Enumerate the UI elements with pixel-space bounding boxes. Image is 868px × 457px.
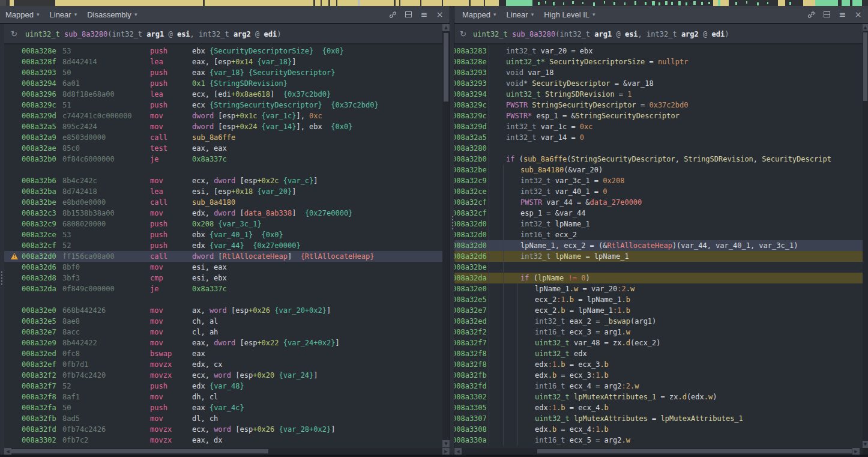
hlil-line[interactable]: 008a32d6int32_t lpName = lpName_1 (454, 251, 863, 262)
menu-icon[interactable]: ≡ (838, 10, 847, 19)
disasm-line[interactable]: 008a32da0f849c000000je0x8a337c (4, 283, 450, 294)
hlil-line[interactable]: 008a32b0if (sub_8a6ffe(StringSecurityDes… (454, 154, 863, 165)
hlil-line[interactable]: 008a32f2int16_t ecx_3 = arg1.w (454, 327, 863, 337)
pane-splitter[interactable] (450, 6, 454, 457)
scroll-left-button[interactable]: ◀ (4, 448, 11, 455)
left-splitter[interactable] (0, 24, 4, 457)
disasm-line[interactable]: 008a329c51pushecx {StringSecurityDescrip… (4, 100, 450, 110)
hlil-line[interactable]: 008a32ceint32_t var_40_1 = 0 (454, 186, 863, 197)
disasm-line[interactable]: 008a32ed0fc8bswapeax (4, 348, 450, 359)
disasm-line[interactable]: 008a32c38b1538b38a00movedx, dword [data_… (4, 208, 450, 219)
hlil-line[interactable]: 008a32f8uint32_t edx (454, 348, 863, 359)
view-dropdown-linear-left[interactable]: Linear ▾ (50, 10, 77, 19)
split-pane-icon[interactable] (404, 10, 413, 19)
right-function-signature-bar[interactable]: ↻ uint32_t sub_8a3280(int32_t arg1 @ esi… (454, 24, 863, 44)
feature-map[interactable] (0, 0, 868, 6)
close-icon[interactable]: × (854, 10, 863, 19)
disasm-line[interactable]: 008a32ae85c0testeax, eax (4, 143, 450, 154)
disasm-line[interactable]: 008a32f752pushedx {var_48} (4, 381, 450, 392)
hlil-line[interactable]: 008a32be (454, 262, 863, 273)
hlil-line[interactable]: 008a329cPWSTR StringSecurityDescriptor =… (454, 100, 863, 110)
disasm-line[interactable]: 008a32d83bf3cmpesi, ebx (4, 273, 450, 283)
splitter-grip[interactable] (1, 271, 2, 285)
disasm-line[interactable]: 008a33020fb7c2movzxeax, dx (4, 435, 450, 446)
close-icon[interactable]: × (435, 10, 444, 19)
disasm-line[interactable]: 008a32a5895c2424movdword [esp+0x24 {var_… (4, 121, 450, 132)
disasm-line[interactable]: 008a32f88af1movdh, cl (4, 392, 450, 402)
refresh-icon[interactable]: ↻ (11, 29, 17, 38)
link-icon[interactable] (807, 10, 816, 19)
disasm-line[interactable]: 008a329350pusheax {var_18} {SecurityDesc… (4, 67, 450, 78)
hlil-line[interactable]: 008a32f7uint32_t var_48 = zx.d(ecx_2) (454, 337, 863, 348)
right-vertical-scrollbar[interactable]: ▲ ▼ (863, 24, 868, 448)
hlil-line[interactable]: 008a330aint16_t ecx_5 = arg2.w (454, 435, 863, 446)
scroll-down-button[interactable]: ▼ (442, 440, 450, 447)
scroll-right-button[interactable]: ▶ (852, 448, 860, 455)
scrollbar-thumb[interactable] (444, 33, 448, 101)
hlil-line[interactable]: 008a32cfPWSTR var_44 = &data_27e0000 (454, 197, 863, 208)
disasm-line[interactable]: 008a32bee8bd0e0000callsub_8a4180 (4, 197, 450, 208)
disasm-line[interactable]: 008a32ef0fb7d1movzxedx, cx (4, 359, 450, 370)
hlil-line[interactable]: 008a3294uint32_t StringSDRevision = 1 (454, 89, 863, 100)
left-function-signature-bar[interactable]: ↻ uint32_t sub_8a3280(int32_t arg1 @ esi… (4, 24, 442, 44)
hlil-line[interactable]: 008a3293void var_18 (454, 67, 863, 78)
menu-icon[interactable]: ≡ (420, 10, 429, 19)
scrollbar-thumb[interactable] (537, 449, 852, 453)
disasm-line[interactable] (4, 165, 450, 175)
hlil-line[interactable]: 008a3305edx:1.b = ecx_4.b (454, 402, 863, 413)
scrollbar-thumb[interactable] (11, 449, 268, 453)
scrollbar-thumb[interactable] (863, 32, 867, 101)
scroll-right-button[interactable]: ▶ (442, 448, 450, 455)
view-dropdown-mapped-left[interactable]: Mapped ▾ (5, 10, 40, 19)
hlil-line[interactable]: 008a3308edx.b = ecx_4:1.b (454, 424, 863, 435)
disasm-line[interactable]: 008a328f8d442414leaeax, [esp+0x14 {var_1… (4, 56, 450, 67)
hlil-line[interactable]: 008a329cPWSTR* esp_1 = &StringSecurityDe… (454, 110, 863, 121)
hlil-line[interactable]: 008a32d0int16_t ecx_2 (454, 229, 863, 240)
hlil-line[interactable]: 008a32f8edx:1.b = ecx_3.b (454, 359, 863, 370)
disasm-line[interactable]: 008a328e53pushebx {SecurityDescriptorSiz… (4, 46, 450, 56)
scroll-up-button[interactable]: ▲ (863, 24, 868, 31)
link-icon[interactable] (388, 10, 397, 19)
scroll-left-button[interactable]: ◀ (454, 448, 462, 455)
scroll-down-button[interactable]: ▼ (863, 441, 868, 448)
hlil-line[interactable]: 008a328euint32_t* SecurityDescriptorSize… (454, 56, 863, 67)
disasm-line[interactable]: 008a32e58ae8movch, al (4, 316, 450, 327)
hlil-line[interactable]: 008a32fdint16_t ecx_4 = arg2:2.w (454, 381, 863, 392)
disasm-line[interactable]: 008a32e78accmovcl, ah (4, 327, 450, 337)
view-dropdown-disassembly[interactable]: Disassembly ▾ (87, 10, 137, 19)
hlil-line[interactable]: 008a32d0int32_t lpName_1 (454, 219, 863, 229)
disasm-line[interactable]: 008a32968d8f18e68a00leaecx, [edi+0x8ae61… (4, 89, 450, 100)
disasm-line[interactable]: 008a32946a01push0x1 {StringSDRevision} (4, 78, 450, 89)
splitter-grip[interactable] (452, 216, 453, 229)
hlil-line[interactable]: 008a32daif (lpName != 0) (454, 273, 863, 283)
hlil-line[interactable]: 008a3302uint32_t lpMutexAttributes_1 = z… (454, 392, 863, 402)
hlil-line[interactable]: 008a32e0lpName_1.w = var_20:2.w (454, 283, 863, 294)
disasm-line[interactable]: 008a329dc744241c0c000000movdword [esp+0x… (4, 110, 450, 121)
disasm-line[interactable]: 008a32e98b442422moveax, dword [esp+0x22 … (4, 337, 450, 348)
disasm-line[interactable]: 008a32f20fb74c2420movzxecx, word [esp+0x… (4, 370, 450, 381)
split-pane-icon[interactable] (822, 10, 831, 19)
disasm-line[interactable]: 008a32b68b4c242cmovecx, dword [esp+0x2c … (4, 175, 450, 186)
view-dropdown-linear-right[interactable]: Linear ▾ (507, 10, 534, 19)
refresh-icon[interactable]: ↻ (460, 29, 466, 38)
disasm-line[interactable]: 008a32cf52pushedx {var_44} {0x27e0000} (4, 240, 450, 251)
hlil-line[interactable]: 008a32e5ecx_2:1.b = lpName_1.b (454, 294, 863, 305)
hlil-line[interactable]: 008a32e7ecx_2.b = lpName_1:1.b (454, 305, 863, 316)
hlil-line[interactable]: 008a3307uint32_t lpMutexAttributes = lpM… (454, 413, 863, 424)
disasm-line[interactable]: 008a32ba8d742418leaesi, [esp+0x18 {var_2… (4, 186, 450, 197)
hlil-line[interactable]: 008a32besub_8a4180(&var_20) (454, 165, 863, 175)
disasm-line[interactable]: 008a32fd0fb74c2426movzxecx, word [esp+0x… (4, 424, 450, 435)
scroll-up-button[interactable]: ▲ (442, 24, 450, 31)
disasm-line[interactable]: 008a32b00f84c6000000je0x8a337c (4, 154, 450, 165)
hlil-line[interactable]: 008a32d0lpName_1, ecx_2 = (&RtlAllocateH… (454, 240, 863, 251)
view-dropdown-mapped-right[interactable]: Mapped ▾ (462, 10, 496, 19)
hlil-line[interactable]: 008a3283int32_t var_20 = ebx (454, 46, 863, 56)
disasm-line[interactable]: 008a32c96808020000push0x208 {var_3c_1} (4, 219, 450, 229)
hlil-line[interactable]: 008a32fbedx.b = ecx_3:1.b (454, 370, 863, 381)
left-horizontal-scrollbar[interactable]: ◀ ▶ (4, 448, 450, 455)
disasm-line[interactable]: 008a32d0ff156ca08a00calldword [RtlAlloca… (4, 251, 450, 262)
left-vertical-scrollbar[interactable]: ▲ ▼ (442, 24, 450, 448)
hlil-line[interactable]: 008a32cfesp_1 = &var_44 (454, 208, 863, 219)
disasm-line[interactable]: 008a32ce53pushebx {var_40_1} {0x0} (4, 229, 450, 240)
disasm-line[interactable]: 008a32a9e8503d0000callsub_8a6ffe (4, 132, 450, 143)
